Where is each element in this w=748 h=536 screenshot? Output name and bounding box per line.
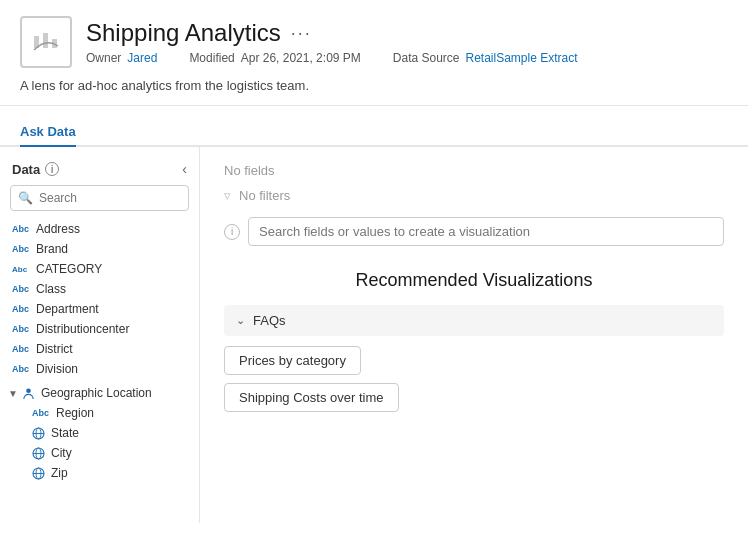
- viz-search-input[interactable]: [248, 217, 724, 246]
- modified-label: Modified: [189, 51, 234, 65]
- sidebar-collapse-button[interactable]: ‹: [182, 161, 187, 177]
- faqs-bar[interactable]: ⌄ FAQs: [224, 305, 724, 336]
- main-area: Data i ‹ 🔍 Abc Address Abc Brand Abc CAT…: [0, 147, 748, 523]
- field-city[interactable]: City: [20, 443, 199, 463]
- search-icon: 🔍: [18, 191, 33, 205]
- owner-label: Owner: [86, 51, 121, 65]
- field-brand[interactable]: Abc Brand: [0, 239, 199, 259]
- workbook-icon: [20, 16, 72, 68]
- workbook-title: Shipping Analytics: [86, 19, 281, 47]
- rec-title: Recommended Visualizations: [224, 270, 724, 291]
- meta-row: Owner Jared Modified Apr 26, 2021, 2:09 …: [86, 51, 728, 65]
- globe-icon-zip: [32, 467, 45, 480]
- viz-search-info-icon: i: [224, 224, 240, 240]
- geo-section-label: Geographic Location: [41, 386, 152, 400]
- geo-chevron-icon: ▼: [8, 388, 18, 399]
- field-district[interactable]: Abc District: [0, 339, 199, 359]
- geo-section-children: Abc Region State: [0, 403, 199, 483]
- faqs-chevron-icon: ⌄: [236, 314, 245, 327]
- modified-date: Apr 26, 2021, 2:09 PM: [241, 51, 361, 65]
- workbook-description: A lens for ad-hoc analytics from the log…: [20, 78, 728, 93]
- page-header: Shipping Analytics ··· Owner Jared Modif…: [0, 0, 748, 106]
- search-box: 🔍: [10, 185, 189, 211]
- field-address[interactable]: Abc Address: [0, 219, 199, 239]
- svg-rect-1: [43, 33, 48, 48]
- viz-button-prices-by-category[interactable]: Prices by category: [224, 346, 361, 375]
- no-filters-text: No filters: [239, 188, 290, 203]
- viz-search-row: i: [224, 217, 724, 246]
- search-input[interactable]: [10, 185, 189, 211]
- viz-button-shipping-costs-over-time[interactable]: Shipping Costs over time: [224, 383, 399, 412]
- field-zip[interactable]: Zip: [20, 463, 199, 483]
- geo-section-header[interactable]: ▼ Geographic Location: [0, 383, 199, 403]
- faqs-label: FAQs: [253, 313, 286, 328]
- recommended-visualizations: Recommended Visualizations ⌄ FAQs Prices…: [224, 270, 724, 420]
- no-fields-row: No fields: [224, 163, 724, 178]
- no-fields-text: No fields: [224, 163, 275, 178]
- content-area: No fields ▿ No filters i Recommended Vis…: [200, 147, 748, 523]
- viz-buttons-container: Prices by category Shipping Costs over t…: [224, 346, 724, 420]
- geo-section: ▼ Geographic Location Abc Region: [0, 383, 199, 483]
- field-distributioncenter[interactable]: Abc Distributioncenter: [0, 319, 199, 339]
- tab-ask-data[interactable]: Ask Data: [20, 116, 76, 147]
- field-list: Abc Address Abc Brand Abc CATEGORY Abc C…: [0, 219, 199, 483]
- field-department[interactable]: Abc Department: [0, 299, 199, 319]
- title-area: Shipping Analytics ··· Owner Jared Modif…: [86, 19, 728, 65]
- datasource-link[interactable]: RetailSample Extract: [466, 51, 578, 65]
- sidebar: Data i ‹ 🔍 Abc Address Abc Brand Abc CAT…: [0, 147, 200, 523]
- field-class[interactable]: Abc Class: [0, 279, 199, 299]
- sidebar-title: Data: [12, 162, 40, 177]
- data-info-icon[interactable]: i: [45, 162, 59, 176]
- geo-group-icon: [22, 387, 35, 400]
- more-options-button[interactable]: ···: [291, 23, 312, 44]
- svg-point-3: [26, 388, 31, 393]
- field-category[interactable]: Abc CATEGORY: [0, 259, 199, 279]
- datasource-label: Data Source: [393, 51, 460, 65]
- field-region[interactable]: Abc Region: [20, 403, 199, 423]
- filter-icon: ▿: [224, 188, 231, 203]
- tabs-bar: Ask Data: [0, 116, 748, 147]
- owner-link[interactable]: Jared: [127, 51, 157, 65]
- sidebar-header: Data i ‹: [0, 157, 199, 185]
- globe-icon-state: [32, 427, 45, 440]
- globe-icon-city: [32, 447, 45, 460]
- no-filters-row: ▿ No filters: [224, 188, 724, 203]
- field-division[interactable]: Abc Division: [0, 359, 199, 379]
- field-state[interactable]: State: [20, 423, 199, 443]
